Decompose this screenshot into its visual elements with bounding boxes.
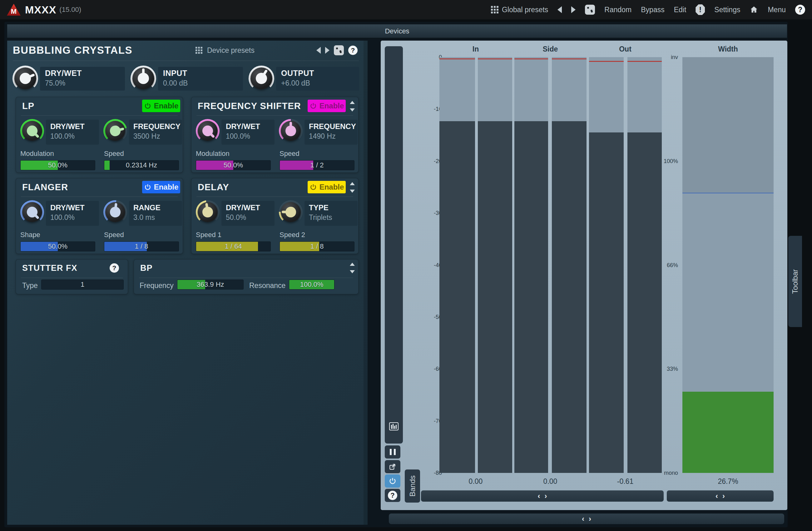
reorder-chevrons-icon[interactable] bbox=[349, 182, 356, 193]
delay-speed1-slider[interactable]: 1 / 64 bbox=[196, 242, 271, 252]
meter-header-side: Side bbox=[543, 45, 558, 54]
fs-frequency-knob[interactable] bbox=[279, 119, 303, 143]
popout-icon bbox=[389, 463, 397, 471]
analyzer-icon bbox=[389, 422, 398, 430]
flanger-shape-slider[interactable]: 50.0% bbox=[20, 242, 95, 252]
reorder-chevrons-icon[interactable] bbox=[349, 101, 356, 112]
lp-dry-wet-knob[interactable] bbox=[20, 119, 44, 143]
device-panel: BUBBLING CRYSTALS Device presets ? DRY/W… bbox=[7, 41, 367, 525]
device-presets-grid-icon bbox=[195, 46, 203, 54]
delay-enable-button[interactable]: Enable bbox=[308, 181, 346, 193]
output-gain-knob[interactable] bbox=[249, 66, 274, 91]
section-bp: BP Frequency 363.9 Hz Resonance 100.0% bbox=[134, 259, 359, 294]
section-title: LP bbox=[22, 101, 34, 111]
lp-frequency-knob[interactable] bbox=[103, 119, 127, 143]
lp-speed-slider[interactable]: 0.2314 Hz bbox=[104, 160, 179, 170]
meter-width bbox=[682, 57, 773, 473]
flanger-dry-wet-knob[interactable] bbox=[20, 200, 44, 224]
main-dry-wet-readout: DRY/WET 75.0% bbox=[40, 67, 125, 90]
width-scrollbar[interactable]: ‹ › bbox=[667, 490, 773, 502]
next-preset-icon[interactable] bbox=[571, 6, 576, 13]
section-frequency-shifter: FREQUENCY SHIFTER Enable DRY/WET100.0% F… bbox=[191, 97, 359, 173]
popout-button[interactable] bbox=[385, 460, 401, 473]
fs-dry-wet-knob[interactable] bbox=[196, 119, 220, 143]
section-lp: LP Enable DRY/WET100.0% FREQUENCY3500 Hz… bbox=[16, 97, 183, 173]
settings-button[interactable]: Settings bbox=[714, 5, 740, 14]
pause-button[interactable] bbox=[385, 445, 401, 459]
tab-devices[interactable]: Devices bbox=[7, 24, 787, 38]
device-prev-preset-icon[interactable] bbox=[316, 47, 321, 54]
melda-logo-icon: M bbox=[7, 4, 20, 16]
help-icon: ? bbox=[388, 491, 397, 500]
bp-frequency-label: Frequency bbox=[140, 282, 174, 290]
section-title: FLANGER bbox=[22, 182, 68, 192]
param-label: Speed bbox=[104, 231, 179, 239]
delay-speed2-slider[interactable]: 1 / 8 bbox=[279, 242, 354, 252]
fs-modulation-slider[interactable]: 50.0% bbox=[196, 160, 271, 170]
home-icon[interactable] bbox=[750, 5, 758, 14]
device-presets-button[interactable]: Device presets bbox=[207, 46, 255, 55]
power-icon bbox=[309, 183, 317, 191]
edit-button[interactable]: Edit bbox=[674, 5, 686, 14]
device-randomize-dice-icon[interactable] bbox=[334, 45, 344, 55]
input-gain-readout: INPUT 0.00 dB bbox=[158, 67, 243, 90]
meter-value-in: 0.00 bbox=[469, 477, 483, 486]
output-gain-readout: OUTPUT +6.00 dB bbox=[276, 67, 359, 90]
lp-enable-button[interactable]: Enable bbox=[142, 100, 180, 112]
lp-modulation-slider[interactable]: 50.0% bbox=[20, 160, 95, 170]
scroll-right-icon[interactable]: › bbox=[545, 492, 547, 500]
peak-line bbox=[627, 61, 662, 62]
bypass-button[interactable]: Bypass bbox=[641, 5, 664, 14]
width-peak-line bbox=[682, 193, 773, 193]
analyzer-help-button[interactable]: ? bbox=[385, 489, 401, 502]
device-panel-scrollbar[interactable] bbox=[364, 41, 367, 525]
peak-line bbox=[552, 58, 586, 59]
flanger-range-knob[interactable] bbox=[103, 200, 127, 224]
stutter-type-label: Type bbox=[22, 282, 38, 290]
analyzer-power-button[interactable] bbox=[385, 474, 401, 488]
reorder-chevrons-icon[interactable] bbox=[349, 263, 356, 273]
bp-frequency-slider[interactable]: 363.9 Hz bbox=[177, 279, 244, 289]
pause-icon bbox=[390, 449, 396, 455]
randomize-dice-icon[interactable] bbox=[585, 5, 595, 15]
random-button[interactable]: Random bbox=[604, 5, 632, 14]
app-title: MXXX bbox=[25, 4, 56, 16]
section-title: FREQUENCY SHIFTER bbox=[198, 101, 301, 111]
input-gain-knob[interactable] bbox=[131, 66, 156, 91]
param-label: Speed 1 bbox=[196, 231, 271, 239]
fs-speed-slider[interactable]: 1 / 2 bbox=[279, 160, 354, 170]
meters-scrollbar[interactable]: ‹ › bbox=[421, 490, 664, 502]
menu-button[interactable]: Menu bbox=[768, 5, 786, 14]
flanger-speed-slider[interactable]: 1 / 8 bbox=[104, 242, 179, 252]
main-dry-wet-knob[interactable] bbox=[13, 66, 38, 91]
scroll-left-icon[interactable]: ‹ bbox=[538, 492, 540, 500]
frequency-shifter-enable-button[interactable]: Enable bbox=[308, 100, 346, 112]
previous-preset-icon[interactable] bbox=[557, 6, 562, 13]
panel-scrollbar[interactable]: ‹ › bbox=[389, 514, 784, 524]
delay-type-knob[interactable] bbox=[279, 200, 303, 224]
tab-bands[interactable]: Bands bbox=[405, 470, 420, 503]
meter-side-left bbox=[514, 57, 548, 473]
scroll-right-icon[interactable]: › bbox=[722, 492, 725, 500]
bp-resonance-slider[interactable]: 100.0% bbox=[289, 279, 334, 289]
meter-in-left bbox=[439, 57, 475, 473]
device-next-preset-icon[interactable] bbox=[325, 47, 330, 54]
delay-dry-wet-knob[interactable] bbox=[196, 200, 220, 224]
flanger-enable-button[interactable]: Enable bbox=[142, 181, 180, 193]
help-icon[interactable]: ? bbox=[795, 5, 805, 15]
scroll-right-icon[interactable]: › bbox=[589, 514, 591, 523]
meter-side-right bbox=[552, 57, 586, 473]
stutter-type-field[interactable]: 1 bbox=[41, 279, 124, 289]
global-presets-button[interactable]: Global presets bbox=[491, 5, 548, 14]
tab-toolbar[interactable]: Toolbar bbox=[788, 236, 802, 327]
warning-icon[interactable]: ! bbox=[696, 4, 705, 15]
meter-zoom-strip[interactable] bbox=[385, 46, 403, 444]
scroll-left-icon[interactable]: ‹ bbox=[582, 514, 584, 523]
device-help-icon[interactable]: ? bbox=[348, 46, 358, 55]
scroll-left-icon[interactable]: ‹ bbox=[715, 492, 718, 500]
power-icon bbox=[144, 183, 151, 191]
meter-header-in: In bbox=[473, 45, 479, 54]
bp-resonance-label: Resonance bbox=[249, 282, 286, 290]
meter-header-out: Out bbox=[619, 45, 632, 54]
stutter-help-icon[interactable]: ? bbox=[110, 263, 119, 273]
